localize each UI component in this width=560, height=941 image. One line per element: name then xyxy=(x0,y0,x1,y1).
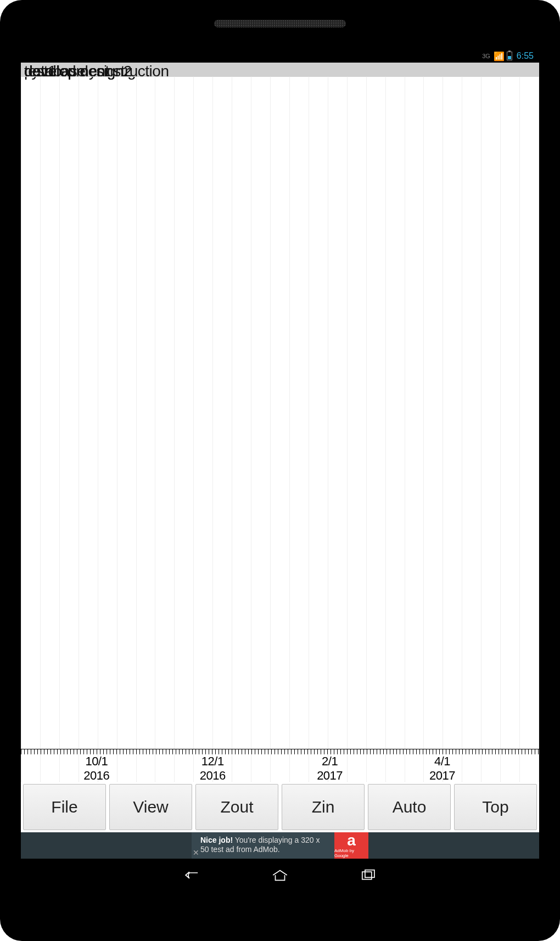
home-button[interactable] xyxy=(269,864,291,886)
time-axis: 10/1201612/120162/120174/12017 xyxy=(21,749,539,782)
svg-rect-1 xyxy=(365,870,374,878)
ad-banner[interactable]: ✕ Nice job! You're displaying a 320 x 50… xyxy=(21,832,539,859)
axis-tick: 10/12016 xyxy=(83,754,109,782)
status-clock: 6:55 xyxy=(517,51,534,61)
close-icon[interactable]: ✕ xyxy=(193,848,199,858)
back-button[interactable] xyxy=(181,864,203,886)
view-button[interactable]: View xyxy=(109,784,192,830)
gantt-bar[interactable] xyxy=(212,63,275,77)
axis-tick: 12/12016 xyxy=(200,754,226,782)
zout-button[interactable]: Zout xyxy=(195,784,278,830)
device-screen: 3G 📶 6:55 developmenttest- customer inte… xyxy=(21,49,539,892)
top-button[interactable]: Top xyxy=(454,784,537,830)
system-nav-bar xyxy=(21,859,539,892)
ad-text: ✕ Nice job! You're displaying a 320 x 50… xyxy=(192,832,334,859)
recents-button[interactable] xyxy=(357,864,379,886)
gantt-bar[interactable] xyxy=(461,63,518,77)
speaker-grill xyxy=(214,20,346,27)
gantt-chart[interactable]: developmenttest- customer interactionssy… xyxy=(21,63,539,782)
file-button[interactable]: File xyxy=(23,784,106,830)
axis-ruler xyxy=(21,749,539,754)
bottom-toolbar: FileViewZoutZinAutoTop xyxy=(21,782,539,832)
signal-icon: 📶 xyxy=(494,51,503,61)
zin-button[interactable]: Zin xyxy=(282,784,365,830)
axis-tick: 4/12017 xyxy=(429,754,455,782)
tablet-frame: 3G 📶 6:55 developmenttest- customer inte… xyxy=(0,0,560,941)
axis-tick: 2/12017 xyxy=(317,754,343,782)
status-bar: 3G 📶 6:55 xyxy=(21,49,539,63)
battery-icon xyxy=(507,52,512,60)
svg-rect-0 xyxy=(362,872,372,880)
admob-logo: a AdMob by Google xyxy=(334,832,368,859)
app-window: developmenttest- customer interactionssy… xyxy=(21,63,539,859)
gridlines xyxy=(21,63,539,782)
gantt-row-label: database construction xyxy=(24,63,169,80)
auto-button[interactable]: Auto xyxy=(368,784,451,830)
gantt-bar[interactable] xyxy=(275,63,446,77)
network-type: 3G xyxy=(482,53,490,59)
